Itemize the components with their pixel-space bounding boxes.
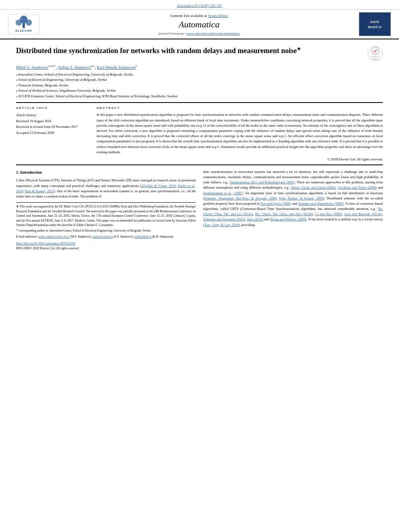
ref-kim[interactable]: Kim & Kumar, 2012 — [25, 189, 54, 193]
and-connector: and — [378, 185, 383, 189]
doi-link[interactable]: https://doi.org/10.1016/j.automatica.201… — [16, 242, 75, 245]
article-info-abstract: ARTICLE INFO Article history: Received 1… — [16, 106, 383, 161]
title-section: Distributed time synchronization for net… — [16, 46, 383, 61]
intro-paragraph1: Cyber–Physical Systems (CPS), Internet o… — [16, 178, 196, 199]
email-milos[interactable]: milos.stankovic@ic.etf.rs — [39, 235, 70, 238]
svg-point-3 — [26, 19, 32, 25]
author-milos[interactable]: Miloš S. Stanković — [16, 65, 48, 70]
ref-tian[interactable]: Tian (2015) — [247, 217, 263, 221]
ref-sommer[interactable]: Sommer and Wattenhofer (2009) — [298, 201, 343, 205]
body-section: 1. Introduction Cyber–Physical Systems (… — [16, 169, 383, 251]
right-paragraph1: time synchronization in networked system… — [203, 169, 383, 228]
journal-ref[interactable]: Automatica 93 (2018) 126–137 — [177, 4, 222, 8]
received-revised-date: Received in revised form 20 November 201… — [16, 124, 88, 129]
homepage-link[interactable]: www.elsevier.com/locate/automatica — [187, 31, 240, 35]
affil-e-text: ACCESS Linnaeus Centre, School of Electr… — [18, 94, 177, 99]
check-badge-inner: Check for updates — [368, 47, 383, 60]
affil-b-text: School of Electrical Engineering, Univer… — [19, 77, 107, 83]
svg-point-6 — [372, 47, 379, 54]
article-info-header: ARTICLE INFO — [16, 106, 88, 110]
affil-c: c Vlatacom Institute, Belgrade, Serbia — [16, 83, 383, 88]
ref-schenato[interactable]: Schenato and Fiorentin (2011) — [203, 217, 245, 221]
article-history: Article history: Received 19 August 2016… — [16, 112, 88, 136]
author-milos-sup: a,c,d,* — [48, 64, 56, 68]
journal-header: Automatica 93 (2018) 126–137 — [0, 0, 399, 10]
right-body-col: time synchronization in networked system… — [203, 169, 383, 251]
email-karl[interactable]: kallej@kth.se — [135, 235, 151, 238]
accepted-date: Accepted 13 February 2018 — [16, 130, 88, 136]
ref-he2014b[interactable]: He, Cheng, Shi, Chen, and Sun (2014b) — [255, 212, 313, 216]
journal-homepage: journal homepage: www.elsevier.com/locat… — [39, 31, 359, 35]
header-center: Contents lists available at ScienceDirec… — [39, 13, 359, 35]
contents-label: Contents lists available at ScienceDirec… — [39, 13, 359, 18]
check-badge-label: Check for updates — [368, 55, 383, 60]
ref-simeone[interactable]: Simeone, Spagnolini, Bar-Ness, & Strogat… — [204, 196, 276, 200]
ref-liao[interactable]: Liao and Barooah (2013a) — [344, 212, 382, 216]
ref-tian2016[interactable]: Tian, Zong, & Cao, 2016 — [204, 223, 239, 227]
ref-solis[interactable]: Solis, Borkar, & Kumar, 2006 — [279, 196, 323, 200]
affil-a: a Innovation Center, School of Electrica… — [16, 72, 383, 78]
title-star: ★ — [297, 46, 301, 51]
affil-e: e ACCESS Linnaeus Centre, School of Elec… — [16, 94, 383, 99]
divider-thick — [16, 102, 383, 103]
article-title: Distributed time synchronization for net… — [16, 46, 364, 55]
svg-rect-4 — [23, 23, 25, 28]
elsevier-logo-box: ELSEVIER — [8, 14, 39, 34]
affiliations: a Innovation Center, School of Electrica… — [16, 72, 383, 99]
footnote-2: * Corresponding author at: Innovation Ce… — [16, 228, 196, 233]
received-date: Received 19 August 2016 — [16, 118, 88, 124]
affil-b: b School of Electrical Engineering, Univ… — [16, 77, 383, 83]
ref-xiong[interactable]: Xiong and Kishore (2009) — [270, 217, 307, 221]
divider-body — [16, 164, 383, 165]
history-label: Article history: — [16, 112, 88, 118]
article-info-col: ARTICLE INFO Article history: Received 1… — [16, 106, 88, 161]
check-badge: Check for updates — [368, 46, 383, 61]
ref-sundararaman[interactable]: Sundararaman, Buy, and Kshemkalyani (200… — [230, 180, 295, 184]
authors-line: Miloš S. Stankovića,c,d,*, Srdjan S. Sta… — [16, 64, 383, 70]
affil-c-text: Vlatacom Institute, Belgrade, Serbia — [18, 83, 68, 88]
copyright-line: © 2018 Elsevier Ltd. All rights reserved… — [97, 157, 383, 161]
automatica-logo-box: automatica — [359, 12, 391, 36]
sciencedirect-link[interactable]: ScienceDirect — [208, 14, 228, 18]
ref-sundararaman2[interactable]: Sundararaman et al., (2005) — [203, 191, 243, 195]
elsevier-logo-svg: ELSEVIER — [8, 14, 39, 34]
issn-line: 0005-1098/© 2018 Elsevier Ltd. All right… — [16, 246, 196, 251]
author-srdjan[interactable]: Srdjan S. Stanković — [58, 65, 91, 70]
doi-footer: https://doi.org/10.1016/j.automatica.201… — [16, 241, 196, 251]
author-karl-sup: e — [136, 64, 137, 68]
intro-title: 1. Introduction — [16, 169, 196, 176]
affil-d-text: School of Technical Sciences, Singidunum… — [19, 88, 116, 94]
page-wrapper: Automatica 93 (2018) 126–137 ELSEVIER Co… — [0, 0, 399, 251]
affil-d: d School of Technical Sciences, Singidun… — [16, 88, 383, 94]
ref-li[interactable]: Li and Rus (2006) — [315, 212, 342, 216]
affil-a-text: Innovation Center, School of Electrical … — [18, 72, 133, 78]
check-updates-icon — [371, 47, 379, 55]
journal-title: Automatica — [39, 19, 359, 30]
ref-sivrikaya[interactable]: Sivrikaya and Yener (2004) — [338, 185, 376, 189]
footnote-1: ★ This work was supported by the EU Mari… — [16, 204, 196, 227]
abstract-header: ABSTRACT — [97, 106, 383, 110]
left-body-col: 1. Introduction Cyber–Physical Systems (… — [16, 169, 196, 251]
header-inner: ELSEVIER Contents lists available at Sci… — [0, 10, 399, 39]
svg-point-2 — [16, 19, 22, 25]
email-srdjan[interactable]: stankovic@etf.rs — [93, 235, 113, 238]
ref-elson[interactable]: Elson, Girod, and Estrin (2002) — [291, 185, 336, 189]
footnote-3: E-mail addresses: milos.stankovic@ic.etf… — [16, 234, 196, 239]
author-karl[interactable]: Karl Henrik Johansson — [97, 65, 136, 70]
author-srdjan-sup: b,c — [91, 64, 95, 68]
article-content: Distributed time synchronization for net… — [0, 46, 399, 251]
ref-akyildiz[interactable]: Akyildiz & Vuran, 2010 — [141, 184, 176, 188]
svg-text:ELSEVIER: ELSEVIER — [16, 29, 32, 32]
abstract-col: ABSTRACT In this paper a new distributed… — [97, 106, 383, 161]
and-connector-2: and — [264, 217, 269, 221]
abstract-text: In this paper a new distributed asynchro… — [97, 112, 383, 154]
footnotes-section: ★ This work was supported by the EU Mari… — [16, 202, 196, 239]
ref-fan[interactable]: Fan and Lynch (2006) — [261, 201, 291, 205]
